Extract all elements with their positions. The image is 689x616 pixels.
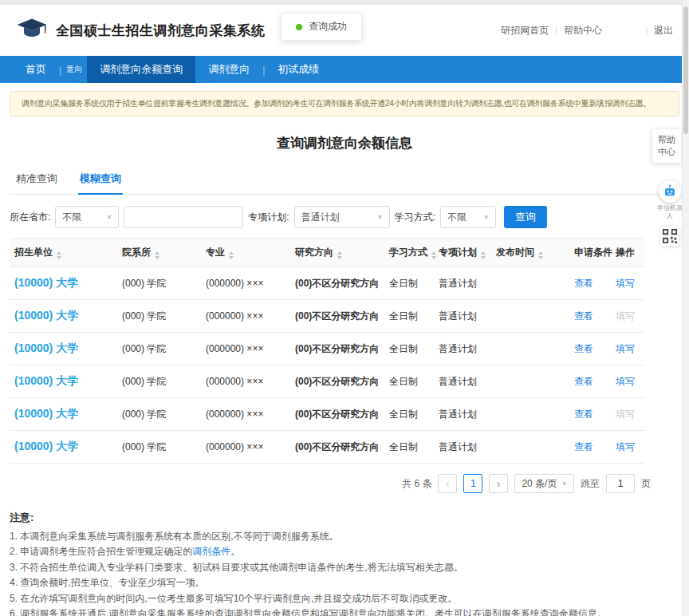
nav-item-4[interactable]: 初试成绩	[265, 56, 332, 83]
column-label: 申请条件	[574, 247, 612, 258]
logout-link[interactable]: 退出	[654, 24, 673, 38]
chatbot-widget[interactable]: 学信机器人	[657, 180, 683, 220]
view-link[interactable]: 查看	[574, 441, 593, 452]
column-label: 专业	[206, 247, 225, 258]
study-cell: 全日制	[389, 376, 418, 387]
note-item: 4. 查询余额时,招生单位、专业至少填写一项。	[10, 576, 657, 590]
yanzhao-home-link[interactable]: 研招网首页	[501, 24, 549, 38]
study-cell: 全日制	[389, 343, 418, 354]
sort-icon[interactable]	[229, 251, 234, 259]
transfer-conditions-link[interactable]: 调剂条件	[192, 546, 230, 557]
scrollbar-thumb[interactable]	[683, 6, 688, 134]
main-nav: 首页意向调剂意向余额查询调剂意向初试成绩	[0, 56, 689, 83]
major-cell: (000000) ×××	[206, 441, 263, 452]
sort-icon[interactable]	[155, 251, 159, 259]
scrollbar-track[interactable]	[682, 0, 689, 616]
help-center-link[interactable]: 帮助中心	[564, 24, 602, 38]
unit-link[interactable]: (10000) 大学	[14, 276, 78, 289]
unit-link[interactable]: (10000) 大学	[14, 342, 78, 354]
unit-keyword-input[interactable]	[124, 206, 243, 228]
study-cell: 全日制	[389, 441, 418, 452]
fill-link[interactable]: 填写	[616, 343, 635, 354]
nav-item-2[interactable]: 调剂意向余额查询	[87, 56, 195, 83]
dept-cell: (000) 学院	[122, 310, 166, 322]
column-header-1[interactable]: 院系所	[117, 239, 201, 267]
view-link[interactable]: 查看	[574, 343, 593, 354]
notes-section: 注意: 1. 本调剂意向采集系统与调剂服务系统有本质的区别,不等同于调剂服务系统…	[10, 511, 657, 616]
sort-icon[interactable]	[538, 251, 543, 259]
help-center-widget[interactable]: 帮助中心	[652, 129, 681, 163]
sort-icon[interactable]	[57, 251, 61, 259]
unit-link[interactable]: (10000) 大学	[14, 407, 78, 420]
query-tabs: 精准查询模糊查询	[10, 165, 679, 195]
brand: 全国硕士生招生调剂意向采集系统	[16, 17, 266, 44]
unit-link[interactable]: (10000) 大学	[14, 374, 78, 387]
page-number-button[interactable]: 1	[463, 474, 482, 493]
direction-cell: (00)不区分研究方向	[295, 409, 379, 420]
province-value: 不限	[62, 211, 81, 224]
page-size-select[interactable]: 20 条/页 ∨	[514, 474, 574, 493]
sort-icon[interactable]	[481, 251, 486, 259]
fill-link[interactable]: 填写	[616, 409, 635, 420]
graduation-cap-logo-icon	[16, 17, 48, 44]
table-row: (10000) 大学(000) 学院(000000) ×××(00)不区分研究方…	[10, 431, 644, 464]
separator	[645, 25, 648, 36]
tab-precise-query[interactable]: 精准查询	[14, 165, 59, 194]
note-text: 5. 在允许填写调剂意向的时间内,一位考生最多可填写10个平行调剂意向,并且提交…	[10, 593, 457, 604]
view-link[interactable]: 查看	[574, 310, 593, 322]
jump-page-input[interactable]	[606, 474, 635, 493]
table-row: (10000) 大学(000) 学院(000000) ×××(00)不区分研究方…	[10, 333, 644, 365]
province-label: 所在省市:	[10, 211, 50, 224]
fill-link[interactable]: 填写	[616, 376, 635, 387]
direction-cell: (00)不区分研究方向	[295, 278, 379, 289]
sort-icon[interactable]	[337, 251, 342, 259]
note-item: 5. 在允许填写调剂意向的时间内,一位考生最多可填写10个平行调剂意向,并且提交…	[10, 592, 657, 606]
view-link[interactable]: 查看	[574, 409, 593, 420]
column-header-4[interactable]: 学习方式	[384, 239, 434, 267]
province-select[interactable]: 不限 ∨	[55, 206, 119, 228]
plan-label: 专项计划:	[248, 211, 289, 224]
direction-cell: (00)不区分研究方向	[295, 310, 379, 322]
next-page-button[interactable]: ›	[489, 474, 508, 493]
search-button[interactable]: 查询	[504, 206, 547, 228]
column-label: 研究方向	[295, 247, 333, 258]
column-label: 招生单位	[14, 247, 53, 258]
table-row: (10000) 大学(000) 学院(000000) ×××(00)不区分研究方…	[10, 398, 644, 431]
sort-icon[interactable]	[431, 251, 436, 259]
nav-item-0[interactable]: 首页	[13, 56, 59, 83]
chatbot-label: 学信机器人	[657, 204, 683, 220]
fill-link[interactable]: 填写	[616, 310, 635, 322]
dept-cell: (000) 学院	[122, 343, 166, 354]
study-select[interactable]: 不限 ∨	[440, 206, 496, 228]
study-cell: 全日制	[389, 278, 418, 289]
unit-link[interactable]: (10000) 大学	[14, 440, 78, 452]
column-header-0[interactable]: 招生单位	[10, 239, 117, 267]
table-header-row: 招生单位院系所专业研究方向学习方式专项计划发布时间申请条件操作	[10, 239, 644, 267]
notes-title: 注意:	[10, 511, 657, 525]
tab-fuzzy-query[interactable]: 模糊查询	[78, 165, 123, 195]
note-item: 6. 调剂服务系统开通后,调剂意向采集服务系统的查询调剂意向余额信息和填写调剂意…	[10, 607, 657, 616]
column-header-5[interactable]: 专项计划	[434, 239, 491, 267]
column-header-2[interactable]: 专业	[201, 239, 290, 267]
major-cell: (000000) ×××	[206, 310, 263, 322]
prev-page-button[interactable]: ‹	[438, 474, 457, 493]
nav-item-1[interactable]: 意向	[61, 56, 87, 83]
notes-list: 1. 本调剂意向采集系统与调剂服务系统有本质的区别,不等同于调剂服务系统。2. …	[10, 530, 657, 616]
jump-suffix: 页	[641, 477, 651, 491]
study-label: 学习方式:	[395, 211, 435, 224]
column-header-3[interactable]: 研究方向	[290, 239, 384, 267]
view-link[interactable]: 查看	[574, 278, 593, 289]
table-row: (10000) 大学(000) 学院(000000) ×××(00)不区分研究方…	[10, 300, 644, 333]
fill-link[interactable]: 填写	[616, 441, 635, 452]
major-cell: (000000) ×××	[206, 409, 263, 420]
plan-select[interactable]: 普通计划 ∨	[294, 206, 390, 228]
success-dot-icon	[296, 24, 302, 30]
view-link[interactable]: 查看	[574, 376, 593, 387]
unit-link[interactable]: (10000) 大学	[14, 309, 78, 322]
fill-link[interactable]: 填写	[616, 278, 635, 289]
plan-cell: 普通计划	[439, 278, 477, 289]
note-text: 1. 本调剂意向采集系统与调剂服务系统有本质的区别,不等同于调剂服务系统。	[10, 531, 339, 542]
column-header-6[interactable]: 发布时间	[491, 239, 569, 267]
nav-item-3[interactable]: 调剂意向	[195, 56, 262, 83]
qr-code-icon[interactable]	[660, 227, 679, 246]
